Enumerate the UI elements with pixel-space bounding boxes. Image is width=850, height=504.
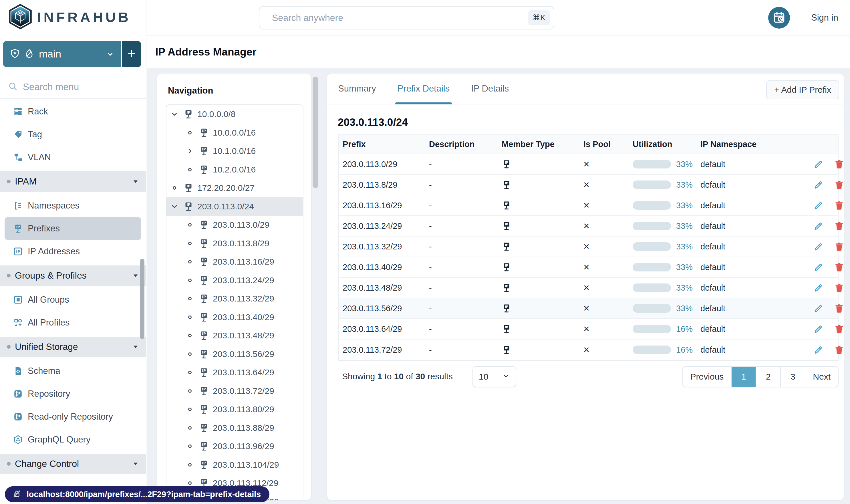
delete-button[interactable] xyxy=(834,345,844,355)
branch-selector[interactable]: main xyxy=(3,41,121,67)
table-row[interactable]: 203.0.113.32/29 - IP × 33% default xyxy=(339,237,838,257)
global-search[interactable]: ⌘K xyxy=(259,6,554,30)
delete-button[interactable] xyxy=(834,180,844,190)
cell-prefix[interactable]: 203.0.113.24/29 xyxy=(343,221,429,231)
tree-row[interactable]: IP 203.0.113.96/29 xyxy=(166,437,303,456)
tab[interactable]: IP Details xyxy=(471,73,509,104)
circle-marker-icon[interactable] xyxy=(185,367,195,378)
tree-row[interactable]: IP 10.2.0.0/16 xyxy=(166,160,303,179)
tree-row[interactable]: IP 203.0.113.64/29 xyxy=(166,363,303,382)
add-ip-prefix-button[interactable]: + Add IP Prefix xyxy=(766,80,839,99)
delete-button[interactable] xyxy=(834,283,844,293)
cell-prefix[interactable]: 203.0.113.32/29 xyxy=(343,242,429,251)
cell-prefix[interactable]: 203.0.113.56/29 xyxy=(343,304,429,313)
page-number-button[interactable]: 1 xyxy=(731,367,756,387)
sidebar-menu-row[interactable]: Schema xyxy=(4,360,141,382)
sidebar-search-input[interactable] xyxy=(23,82,144,92)
cell-prefix[interactable]: 203.0.113.40/29 xyxy=(343,263,429,272)
sidebar-menu-row[interactable]: Namespaces xyxy=(4,194,141,217)
cell-prefix[interactable]: 203.0.113.48/29 xyxy=(343,283,429,293)
delete-button[interactable] xyxy=(834,241,844,252)
tab[interactable]: Prefix Details xyxy=(398,73,450,104)
delete-button[interactable] xyxy=(834,200,844,211)
sidebar-menu-row[interactable]: Repository xyxy=(4,382,141,405)
column-header[interactable]: IP Namespace xyxy=(701,140,813,149)
circle-marker-icon[interactable] xyxy=(185,312,195,322)
tree-row[interactable]: IP 203.0.113.56/29 xyxy=(166,345,303,363)
column-header[interactable]: Member Type xyxy=(502,140,583,149)
sidebar-menu-row[interactable]: Rack xyxy=(4,100,141,123)
sidebar-menu-row[interactable]: GraphQL Query xyxy=(4,428,141,451)
tree-row[interactable]: IP 203.0.113.72/29 xyxy=(166,382,303,400)
circle-marker-icon[interactable] xyxy=(169,183,180,193)
sidebar-menu-row[interactable]: IP IP Addresses xyxy=(4,240,141,263)
tree-row[interactable]: IP 203.0.113.48/29 xyxy=(166,326,303,345)
sidebar-search[interactable] xyxy=(0,75,146,99)
circle-marker-icon[interactable] xyxy=(185,256,195,267)
sidebar-menu-row[interactable]: Change Control xyxy=(0,454,146,474)
chevron-down-small-icon[interactable] xyxy=(169,201,180,212)
table-row[interactable]: 203.0.113.64/29 - IP × 16% default xyxy=(339,319,838,340)
circle-marker-icon[interactable] xyxy=(185,404,195,414)
app-logo[interactable]: INFRAHUB xyxy=(8,3,131,31)
tree-row[interactable]: IP 203.0.113.16/29 xyxy=(166,253,303,271)
sidebar-menu-row[interactable]: All Groups xyxy=(4,288,141,311)
page-number-button[interactable]: 2 xyxy=(756,367,780,387)
delete-button[interactable] xyxy=(834,303,844,313)
page-size-select[interactable]: 10 xyxy=(472,366,516,387)
table-row[interactable]: 203.0.113.56/29 - IP × 33% default xyxy=(339,298,838,319)
table-row[interactable]: 203.0.113.0/29 - IP × 33% default xyxy=(339,154,838,175)
circle-marker-icon[interactable] xyxy=(185,460,195,470)
column-header[interactable]: Utilization xyxy=(633,140,701,149)
table-row[interactable]: 203.0.113.72/29 - IP × 16% default xyxy=(339,340,838,360)
edit-button[interactable] xyxy=(813,283,824,293)
global-search-input[interactable] xyxy=(272,13,523,23)
tree-row[interactable]: IP 203.0.113.24/29 xyxy=(166,271,303,290)
circle-marker-icon[interactable] xyxy=(185,293,195,304)
delete-button[interactable] xyxy=(834,262,844,272)
edit-button[interactable] xyxy=(813,324,824,334)
circle-marker-icon[interactable] xyxy=(185,330,195,341)
cell-prefix[interactable]: 203.0.113.64/29 xyxy=(343,324,429,334)
delete-button[interactable] xyxy=(834,221,844,231)
circle-marker-icon[interactable] xyxy=(185,164,195,175)
cell-prefix[interactable]: 203.0.113.72/29 xyxy=(343,345,429,355)
tree-row[interactable]: IP 10.1.0.0/16 xyxy=(166,142,303,160)
sidebar-menu-row[interactable]: Tag xyxy=(4,123,141,146)
chevron-down-small-icon[interactable] xyxy=(169,109,180,119)
tree-row[interactable]: IP 203.0.113.88/29 xyxy=(166,419,303,437)
table-row[interactable]: 203.0.113.8/29 - IP × 33% default xyxy=(339,175,838,195)
circle-marker-icon[interactable] xyxy=(185,349,195,359)
page-number-button[interactable]: 3 xyxy=(780,367,805,387)
column-header[interactable]: Prefix xyxy=(343,140,429,149)
cell-prefix[interactable]: 203.0.113.0/29 xyxy=(343,160,429,169)
edit-button[interactable] xyxy=(813,180,824,190)
delete-button[interactable] xyxy=(834,159,844,169)
tree-row[interactable]: IP 203.0.113.0/29 xyxy=(166,216,303,234)
tree-row[interactable]: IP 203.0.113.0/24 xyxy=(166,197,303,216)
cell-prefix[interactable]: 203.0.113.8/29 xyxy=(343,180,429,190)
tree-row[interactable]: IP 10.0.0.0/16 xyxy=(166,124,303,142)
tree-row[interactable]: IP 10.0.0.0/8 xyxy=(166,105,303,124)
circle-marker-icon[interactable] xyxy=(185,386,195,396)
sidebar-menu-row[interactable]: Unified Storage xyxy=(0,337,146,357)
previous-page-button[interactable]: Previous xyxy=(683,367,731,387)
sidebar-scrollbar[interactable] xyxy=(140,259,144,339)
navigation-scrollbar[interactable] xyxy=(313,77,318,188)
edit-button[interactable] xyxy=(813,241,824,252)
tree-row[interactable]: IP 203.0.113.40/29 xyxy=(166,308,303,327)
circle-marker-icon[interactable] xyxy=(185,275,195,286)
tree-row[interactable]: IP 172.20.20.0/27 xyxy=(166,179,303,197)
circle-marker-icon[interactable] xyxy=(185,220,195,230)
circle-marker-icon[interactable] xyxy=(185,238,195,249)
tree-row[interactable]: IP 203.0.113.104/29 xyxy=(166,456,303,474)
column-header[interactable]: Description xyxy=(429,140,502,149)
sidebar-menu-row[interactable]: IPAM xyxy=(0,171,146,192)
edit-button[interactable] xyxy=(813,262,824,272)
sign-in-link[interactable]: Sign in xyxy=(811,0,838,35)
edit-button[interactable] xyxy=(813,200,824,211)
table-row[interactable]: 203.0.113.48/29 - IP × 33% default xyxy=(339,278,838,298)
circle-marker-icon[interactable] xyxy=(185,441,195,451)
cell-prefix[interactable]: 203.0.113.16/29 xyxy=(343,201,429,210)
circle-marker-icon[interactable] xyxy=(185,128,195,138)
